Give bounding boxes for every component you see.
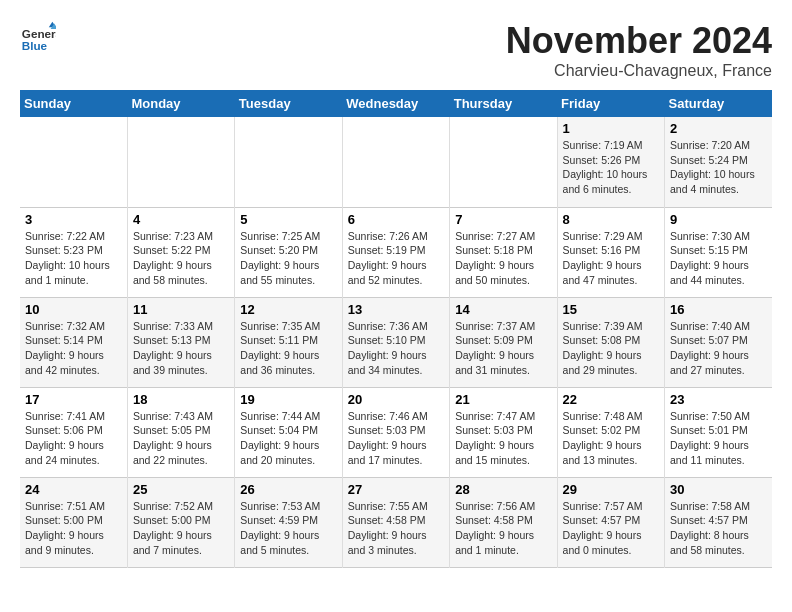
calendar-table: SundayMondayTuesdayWednesdayThursdayFrid… xyxy=(20,90,772,568)
day-number: 23 xyxy=(670,392,767,407)
weekday-header-saturday: Saturday xyxy=(665,90,772,117)
day-info: Sunrise: 7:44 AM Sunset: 5:04 PM Dayligh… xyxy=(240,409,336,468)
day-info: Sunrise: 7:29 AM Sunset: 5:16 PM Dayligh… xyxy=(563,229,659,288)
calendar-cell: 24Sunrise: 7:51 AM Sunset: 5:00 PM Dayli… xyxy=(20,477,127,567)
page-header: General Blue November 2024 Charvieu-Chav… xyxy=(20,20,772,80)
svg-text:Blue: Blue xyxy=(22,39,48,52)
calendar-cell xyxy=(235,117,342,207)
day-info: Sunrise: 7:52 AM Sunset: 5:00 PM Dayligh… xyxy=(133,499,229,558)
day-info: Sunrise: 7:53 AM Sunset: 4:59 PM Dayligh… xyxy=(240,499,336,558)
day-number: 4 xyxy=(133,212,229,227)
calendar-cell: 25Sunrise: 7:52 AM Sunset: 5:00 PM Dayli… xyxy=(127,477,234,567)
weekday-header-sunday: Sunday xyxy=(20,90,127,117)
day-info: Sunrise: 7:46 AM Sunset: 5:03 PM Dayligh… xyxy=(348,409,444,468)
calendar-cell: 2Sunrise: 7:20 AM Sunset: 5:24 PM Daylig… xyxy=(665,117,772,207)
calendar-cell: 4Sunrise: 7:23 AM Sunset: 5:22 PM Daylig… xyxy=(127,207,234,297)
day-info: Sunrise: 7:58 AM Sunset: 4:57 PM Dayligh… xyxy=(670,499,767,558)
calendar-cell xyxy=(127,117,234,207)
calendar-cell: 29Sunrise: 7:57 AM Sunset: 4:57 PM Dayli… xyxy=(557,477,664,567)
day-info: Sunrise: 7:40 AM Sunset: 5:07 PM Dayligh… xyxy=(670,319,767,378)
calendar-cell: 13Sunrise: 7:36 AM Sunset: 5:10 PM Dayli… xyxy=(342,297,449,387)
day-number: 26 xyxy=(240,482,336,497)
calendar-cell: 8Sunrise: 7:29 AM Sunset: 5:16 PM Daylig… xyxy=(557,207,664,297)
day-info: Sunrise: 7:19 AM Sunset: 5:26 PM Dayligh… xyxy=(563,138,659,197)
calendar-cell: 9Sunrise: 7:30 AM Sunset: 5:15 PM Daylig… xyxy=(665,207,772,297)
day-info: Sunrise: 7:20 AM Sunset: 5:24 PM Dayligh… xyxy=(670,138,767,197)
day-info: Sunrise: 7:47 AM Sunset: 5:03 PM Dayligh… xyxy=(455,409,551,468)
weekday-header-tuesday: Tuesday xyxy=(235,90,342,117)
calendar-cell: 23Sunrise: 7:50 AM Sunset: 5:01 PM Dayli… xyxy=(665,387,772,477)
day-info: Sunrise: 7:32 AM Sunset: 5:14 PM Dayligh… xyxy=(25,319,122,378)
day-number: 27 xyxy=(348,482,444,497)
day-number: 15 xyxy=(563,302,659,317)
day-info: Sunrise: 7:26 AM Sunset: 5:19 PM Dayligh… xyxy=(348,229,444,288)
day-info: Sunrise: 7:22 AM Sunset: 5:23 PM Dayligh… xyxy=(25,229,122,288)
day-info: Sunrise: 7:35 AM Sunset: 5:11 PM Dayligh… xyxy=(240,319,336,378)
calendar-cell xyxy=(20,117,127,207)
calendar-cell: 16Sunrise: 7:40 AM Sunset: 5:07 PM Dayli… xyxy=(665,297,772,387)
day-number: 21 xyxy=(455,392,551,407)
calendar-cell: 14Sunrise: 7:37 AM Sunset: 5:09 PM Dayli… xyxy=(450,297,557,387)
day-info: Sunrise: 7:55 AM Sunset: 4:58 PM Dayligh… xyxy=(348,499,444,558)
weekday-header-row: SundayMondayTuesdayWednesdayThursdayFrid… xyxy=(20,90,772,117)
day-number: 19 xyxy=(240,392,336,407)
day-number: 25 xyxy=(133,482,229,497)
day-info: Sunrise: 7:23 AM Sunset: 5:22 PM Dayligh… xyxy=(133,229,229,288)
day-info: Sunrise: 7:41 AM Sunset: 5:06 PM Dayligh… xyxy=(25,409,122,468)
day-number: 13 xyxy=(348,302,444,317)
day-number: 6 xyxy=(348,212,444,227)
day-number: 14 xyxy=(455,302,551,317)
calendar-cell: 22Sunrise: 7:48 AM Sunset: 5:02 PM Dayli… xyxy=(557,387,664,477)
day-number: 30 xyxy=(670,482,767,497)
calendar-cell: 30Sunrise: 7:58 AM Sunset: 4:57 PM Dayli… xyxy=(665,477,772,567)
calendar-cell: 18Sunrise: 7:43 AM Sunset: 5:05 PM Dayli… xyxy=(127,387,234,477)
day-number: 1 xyxy=(563,121,659,136)
calendar-cell: 3Sunrise: 7:22 AM Sunset: 5:23 PM Daylig… xyxy=(20,207,127,297)
day-info: Sunrise: 7:48 AM Sunset: 5:02 PM Dayligh… xyxy=(563,409,659,468)
calendar-cell xyxy=(450,117,557,207)
day-number: 16 xyxy=(670,302,767,317)
calendar-cell: 20Sunrise: 7:46 AM Sunset: 5:03 PM Dayli… xyxy=(342,387,449,477)
month-year-title: November 2024 xyxy=(506,20,772,62)
day-info: Sunrise: 7:30 AM Sunset: 5:15 PM Dayligh… xyxy=(670,229,767,288)
week-row-3: 10Sunrise: 7:32 AM Sunset: 5:14 PM Dayli… xyxy=(20,297,772,387)
calendar-cell: 19Sunrise: 7:44 AM Sunset: 5:04 PM Dayli… xyxy=(235,387,342,477)
day-number: 12 xyxy=(240,302,336,317)
day-number: 7 xyxy=(455,212,551,227)
calendar-cell: 5Sunrise: 7:25 AM Sunset: 5:20 PM Daylig… xyxy=(235,207,342,297)
calendar-cell: 1Sunrise: 7:19 AM Sunset: 5:26 PM Daylig… xyxy=(557,117,664,207)
calendar-cell: 28Sunrise: 7:56 AM Sunset: 4:58 PM Dayli… xyxy=(450,477,557,567)
calendar-cell: 17Sunrise: 7:41 AM Sunset: 5:06 PM Dayli… xyxy=(20,387,127,477)
week-row-2: 3Sunrise: 7:22 AM Sunset: 5:23 PM Daylig… xyxy=(20,207,772,297)
day-number: 10 xyxy=(25,302,122,317)
title-area: November 2024 Charvieu-Chavagneux, Franc… xyxy=(506,20,772,80)
day-info: Sunrise: 7:36 AM Sunset: 5:10 PM Dayligh… xyxy=(348,319,444,378)
calendar-cell xyxy=(342,117,449,207)
weekday-header-wednesday: Wednesday xyxy=(342,90,449,117)
week-row-1: 1Sunrise: 7:19 AM Sunset: 5:26 PM Daylig… xyxy=(20,117,772,207)
day-number: 8 xyxy=(563,212,659,227)
day-number: 9 xyxy=(670,212,767,227)
calendar-cell: 7Sunrise: 7:27 AM Sunset: 5:18 PM Daylig… xyxy=(450,207,557,297)
day-number: 5 xyxy=(240,212,336,227)
day-number: 3 xyxy=(25,212,122,227)
day-info: Sunrise: 7:56 AM Sunset: 4:58 PM Dayligh… xyxy=(455,499,551,558)
day-number: 22 xyxy=(563,392,659,407)
logo: General Blue xyxy=(20,20,56,56)
day-info: Sunrise: 7:51 AM Sunset: 5:00 PM Dayligh… xyxy=(25,499,122,558)
day-number: 11 xyxy=(133,302,229,317)
calendar-cell: 27Sunrise: 7:55 AM Sunset: 4:58 PM Dayli… xyxy=(342,477,449,567)
day-info: Sunrise: 7:33 AM Sunset: 5:13 PM Dayligh… xyxy=(133,319,229,378)
day-number: 29 xyxy=(563,482,659,497)
day-number: 28 xyxy=(455,482,551,497)
day-number: 24 xyxy=(25,482,122,497)
week-row-5: 24Sunrise: 7:51 AM Sunset: 5:00 PM Dayli… xyxy=(20,477,772,567)
day-info: Sunrise: 7:39 AM Sunset: 5:08 PM Dayligh… xyxy=(563,319,659,378)
day-info: Sunrise: 7:37 AM Sunset: 5:09 PM Dayligh… xyxy=(455,319,551,378)
day-number: 17 xyxy=(25,392,122,407)
week-row-4: 17Sunrise: 7:41 AM Sunset: 5:06 PM Dayli… xyxy=(20,387,772,477)
weekday-header-thursday: Thursday xyxy=(450,90,557,117)
location-subtitle: Charvieu-Chavagneux, France xyxy=(506,62,772,80)
day-info: Sunrise: 7:27 AM Sunset: 5:18 PM Dayligh… xyxy=(455,229,551,288)
calendar-cell: 15Sunrise: 7:39 AM Sunset: 5:08 PM Dayli… xyxy=(557,297,664,387)
